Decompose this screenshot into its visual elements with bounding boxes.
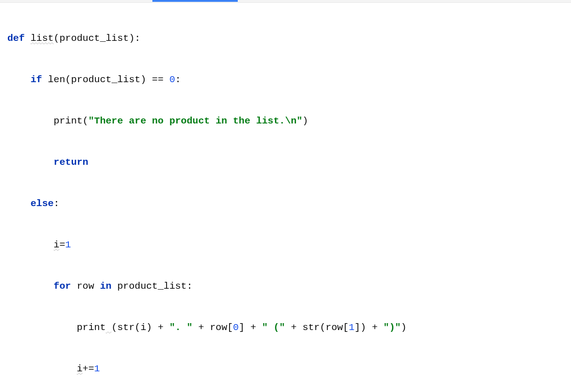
identifier-i: i <box>77 364 83 374</box>
string-quote: " <box>395 322 401 333</box>
builtin-str: str <box>117 322 134 333</box>
number-one: 1 <box>349 322 355 333</box>
number-one: 1 <box>65 240 71 250</box>
keyword-if: if <box>30 74 42 85</box>
code-line[interactable]: if len(product_list) == 0: <box>7 69 564 90</box>
code-editor[interactable]: def list(product_list): if len(product_l… <box>0 3 571 392</box>
paren-open: ( <box>65 74 71 85</box>
string-content: ( <box>268 322 279 333</box>
indent <box>7 74 30 85</box>
code-line[interactable]: i=1 <box>7 235 564 255</box>
operator-plus: + <box>285 322 302 333</box>
identifier-row: row <box>325 322 343 333</box>
indent <box>7 322 77 333</box>
string-content: . <box>175 322 187 333</box>
operator-assign: = <box>59 240 65 250</box>
keyword-for: for <box>54 281 71 291</box>
tab-indicator <box>152 0 238 2</box>
identifier-row: row <box>210 322 227 333</box>
code-line[interactable]: print (str(i) + ". " + row[0] + " (" + s… <box>7 317 564 338</box>
paren-close: ) <box>360 322 366 333</box>
operator-plus: + <box>366 322 384 333</box>
string-content: There are no product in the list. <box>94 116 285 126</box>
code-line[interactable]: print("There are no product in the list.… <box>7 111 564 131</box>
operator-eq: == <box>146 74 169 85</box>
paren-close: ) <box>129 33 135 44</box>
identifier: product_list <box>118 281 187 291</box>
escape-sequence: \n <box>285 116 297 126</box>
colon: : <box>134 33 140 44</box>
keyword-return: return <box>54 157 89 168</box>
bracket-close: ] <box>239 322 245 333</box>
string-quote: " <box>262 322 268 333</box>
string-quote: " <box>88 116 94 126</box>
paren-open: ( <box>83 116 89 126</box>
colon: : <box>175 74 181 85</box>
paren-close: ) <box>401 322 407 333</box>
indent <box>7 157 54 168</box>
paren-open: ( <box>112 322 118 333</box>
code-line[interactable]: for row in product_list: <box>7 276 564 297</box>
keyword-in: in <box>100 281 112 291</box>
number-zero: 0 <box>169 74 175 85</box>
indent <box>7 116 54 126</box>
paren-close: ) <box>302 116 308 126</box>
code-line[interactable]: def list(product_list): <box>7 28 564 49</box>
operator-plus-assign: += <box>83 364 94 374</box>
identifier-i: i <box>54 240 60 250</box>
window-top-bar <box>0 0 571 3</box>
bracket-open: [ <box>343 322 349 333</box>
builtin-len: len <box>48 74 65 85</box>
paren-close: ) <box>140 74 146 85</box>
paren-open: ( <box>134 322 140 333</box>
builtin-str: str <box>302 322 320 333</box>
operator-plus: + <box>152 322 169 333</box>
code-line[interactable]: else: <box>7 193 564 214</box>
identifier: product_list <box>71 74 140 85</box>
number-zero: 0 <box>233 322 239 333</box>
identifier-i: i <box>140 322 146 333</box>
builtin-print: print <box>54 116 83 126</box>
operator-plus: + <box>192 322 210 333</box>
parameter: product_list <box>59 33 129 44</box>
string-quote: " <box>279 322 285 333</box>
number-one: 1 <box>94 364 100 374</box>
code-line[interactable]: i+=1 <box>7 358 564 379</box>
identifier-row: row <box>77 281 94 291</box>
operator-plus: + <box>245 322 262 333</box>
function-name: list <box>30 33 53 44</box>
keyword-else: else <box>30 198 53 209</box>
builtin-print: print <box>77 322 106 333</box>
colon: : <box>187 281 193 291</box>
paren-open: ( <box>320 322 326 333</box>
code-line[interactable]: return <box>7 152 564 173</box>
indent <box>7 281 54 291</box>
string-quote: " <box>169 322 175 333</box>
paren-close: ) <box>146 322 152 333</box>
indent <box>7 364 77 374</box>
bracket-close: ] <box>354 322 360 333</box>
colon: : <box>54 198 60 209</box>
keyword-def: def <box>7 33 25 44</box>
indent <box>7 198 30 209</box>
string-quote: " <box>297 116 302 126</box>
string-content: ) <box>389 322 395 333</box>
indent <box>7 240 54 250</box>
string-quote: " <box>383 322 389 333</box>
paren-open: ( <box>54 33 60 44</box>
bracket-open: [ <box>227 322 233 333</box>
space-warning <box>106 322 112 333</box>
string-quote: " <box>187 322 193 333</box>
